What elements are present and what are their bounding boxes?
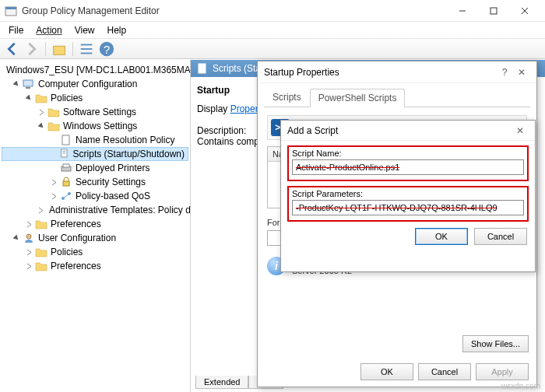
toolbar-separator — [72, 42, 73, 56]
svg-line-25 — [64, 194, 69, 198]
minimize-button[interactable] — [447, 0, 478, 22]
tree-windows-settings[interactable]: Windows Settings — [2, 119, 188, 133]
script-icon — [197, 63, 208, 74]
script-icon — [59, 149, 69, 159]
tree-label: Preferences — [51, 261, 101, 271]
doc-icon — [60, 135, 72, 145]
tree-name-resolution[interactable]: Name Resolution Policy — [2, 133, 188, 147]
tree-computer-config[interactable]: Computer Configuration — [2, 77, 188, 91]
tree-label: Windows Settings — [63, 121, 137, 131]
expand-icon[interactable] — [50, 178, 58, 187]
svg-rect-3 — [490, 8, 497, 14]
cancel-button[interactable]: Cancel — [418, 363, 471, 380]
lock-icon — [60, 177, 72, 187]
tree-label: Preferences — [51, 219, 101, 229]
script-params-label: Script Parameters: — [292, 189, 524, 198]
tree-scripts[interactable]: Scripts (Startup/Shutdown) — [2, 147, 188, 161]
svg-rect-21 — [63, 164, 69, 167]
tree-root[interactable]: Windows7_ESU [VM-DC1.LAB001.M365MASTE — [2, 63, 188, 77]
tree-label: Name Resolution Policy — [76, 135, 174, 145]
script-name-label: Script Name: — [292, 149, 524, 158]
tree-deployed-printers[interactable]: Deployed Printers — [2, 161, 188, 175]
tree-label: Scripts (Startup/Shutdown) — [73, 149, 185, 159]
close-button[interactable]: ✕ — [512, 125, 529, 136]
tree-preferences-comp[interactable]: Preferences — [2, 217, 188, 231]
expand-icon[interactable] — [50, 192, 58, 201]
collapse-icon[interactable] — [37, 122, 46, 131]
printer-icon — [60, 163, 72, 173]
cancel-button[interactable]: Cancel — [474, 228, 527, 245]
pane-header-label: Scripts (Sta — [213, 63, 261, 74]
back-button[interactable] — [3, 40, 20, 58]
tree-policies[interactable]: Policies — [2, 91, 188, 105]
tree-user-config[interactable]: User Configuration — [2, 231, 188, 245]
ok-button[interactable]: OK — [360, 363, 413, 380]
user-icon — [23, 233, 35, 243]
tree-pane: Windows7_ESU [VM-DC1.LAB001.M365MASTE Co… — [0, 60, 191, 392]
dialog-titlebar: Startup Properties ? ✕ — [258, 61, 536, 83]
close-button[interactable]: ✕ — [513, 67, 530, 78]
folder-icon — [47, 107, 60, 117]
help-button[interactable]: ? — [98, 40, 115, 58]
tab-scripts[interactable]: Scripts — [264, 88, 310, 107]
expand-icon[interactable] — [37, 206, 44, 215]
apply-button[interactable]: Apply — [476, 363, 529, 380]
menu-help[interactable]: Help — [101, 23, 133, 37]
maximize-button[interactable] — [478, 0, 509, 22]
svg-rect-1 — [5, 7, 16, 9]
tree-preferences-user[interactable]: Preferences — [2, 259, 188, 273]
menu-file[interactable]: File — [2, 23, 30, 37]
app-icon — [5, 5, 17, 17]
svg-rect-16 — [62, 135, 69, 145]
window-title: Group Policy Management Editor — [22, 5, 447, 16]
tree-software-settings[interactable]: Software Settings — [2, 105, 188, 119]
menu-bar: File Action View Help — [0, 22, 545, 39]
menu-view[interactable]: View — [69, 23, 101, 37]
dialog-title: Startup Properties — [264, 67, 496, 78]
expand-icon[interactable] — [37, 108, 46, 117]
folder-icon — [47, 121, 60, 131]
add-script-dialog: Add a Script ✕ Script Name: Script Param… — [280, 120, 536, 272]
network-icon — [60, 191, 72, 201]
folder-icon — [35, 93, 47, 103]
svg-rect-22 — [63, 181, 69, 186]
script-params-input[interactable] — [292, 200, 524, 215]
collapse-icon[interactable] — [12, 234, 21, 243]
up-button[interactable] — [51, 40, 68, 58]
tree-label: Administrative Templates: Policy de — [49, 205, 191, 215]
svg-rect-6 — [54, 46, 65, 54]
close-button[interactable] — [509, 0, 540, 22]
forward-button[interactable] — [23, 40, 40, 58]
watermark: wsxdn.com — [501, 382, 540, 390]
tree-label: Computer Configuration — [38, 79, 137, 89]
ok-button[interactable]: OK — [415, 228, 468, 245]
folder-icon — [35, 261, 47, 271]
computer-icon — [23, 79, 35, 89]
collapse-icon[interactable] — [12, 80, 21, 89]
script-name-group: Script Name: — [287, 145, 529, 181]
help-button[interactable]: ? — [496, 67, 513, 78]
title-bar: Group Policy Management Editor — [0, 0, 545, 22]
tab-powershell[interactable]: PowerShell Scripts — [310, 89, 406, 107]
tree-label: Deployed Printers — [76, 163, 149, 173]
collapse-icon[interactable] — [25, 94, 33, 103]
tree-policies-user[interactable]: Policies — [2, 245, 188, 259]
folder-icon — [35, 219, 47, 229]
dialog-titlebar: Add a Script ✕ — [281, 121, 535, 141]
script-name-input[interactable] — [292, 159, 524, 175]
expand-icon[interactable] — [25, 220, 33, 229]
expand-icon[interactable] — [25, 262, 33, 271]
svg-rect-14 — [23, 80, 33, 86]
expand-icon[interactable] — [25, 248, 33, 257]
tree-admin-templates[interactable]: Administrative Templates: Policy de — [2, 203, 188, 217]
list-button[interactable] — [78, 40, 95, 58]
dialog-tabs: Scripts PowerShell Scripts — [264, 88, 530, 107]
show-files-button[interactable]: Show Files... — [462, 335, 529, 352]
menu-action[interactable]: Action — [30, 23, 68, 37]
tree-security-settings[interactable]: Security Settings — [2, 175, 188, 189]
svg-rect-15 — [26, 87, 30, 89]
tree-qos[interactable]: Policy-based QoS — [2, 189, 188, 203]
script-params-group: Script Parameters: — [287, 186, 529, 222]
tab-extended[interactable]: Extended — [195, 376, 248, 389]
toolbar-separator — [45, 42, 46, 56]
